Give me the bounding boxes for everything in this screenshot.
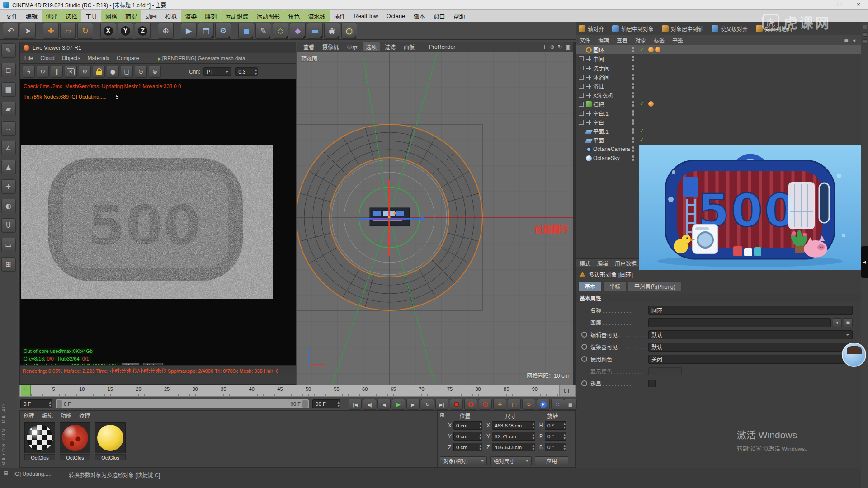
- close-button[interactable]: ×: [849, 0, 868, 9]
- refresh-scene-button[interactable]: ϟ: [23, 66, 35, 78]
- material-preview-button[interactable]: ●: [107, 66, 119, 78]
- record-keyframe-button[interactable]: [450, 399, 463, 410]
- color-swatch[interactable]: [648, 367, 682, 375]
- object-item[interactable]: +洗手间: [576, 63, 861, 72]
- play-button[interactable]: ▶: [392, 399, 405, 410]
- stepper[interactable]: ▲▼: [563, 422, 566, 429]
- om-menu-item[interactable]: 书签: [672, 36, 683, 44]
- polygons-mode-button[interactable]: ▲: [1, 160, 16, 174]
- primitive-cube-button[interactable]: ◼: [238, 23, 254, 39]
- list-menu-icon[interactable]: ≡: [844, 38, 849, 43]
- object-item[interactable]: 圆环✓: [576, 45, 861, 54]
- playhead[interactable]: [21, 385, 31, 396]
- move-tool-button[interactable]: ✚: [43, 23, 59, 39]
- lv-menu-item[interactable]: Objects: [62, 55, 80, 61]
- object-item[interactable]: +中间: [576, 54, 861, 63]
- mat-tag-icon[interactable]: [655, 47, 660, 52]
- expand-toggle[interactable]: +: [579, 120, 584, 125]
- checkbox[interactable]: [648, 380, 656, 387]
- attr-tab[interactable]: 平滑着色(Phong): [628, 281, 682, 291]
- prev-frame-button[interactable]: ◀: [377, 399, 391, 410]
- expand-toggle[interactable]: +: [579, 56, 584, 61]
- floor-environment-button[interactable]: ▬: [307, 23, 323, 39]
- frame-spinner[interactable]: 0 F: [559, 385, 576, 397]
- toggle-view-icon[interactable]: ▣: [566, 44, 571, 50]
- viewport-tab[interactable]: 显示: [344, 42, 361, 51]
- align-script-button[interactable]: 轴居中到对象: [612, 25, 654, 33]
- visibility-dots[interactable]: [632, 128, 634, 134]
- om-menu-item[interactable]: 标签: [654, 36, 665, 44]
- lights-button[interactable]: ○: [341, 23, 357, 39]
- pan-view-icon[interactable]: +: [542, 44, 547, 50]
- visibility-dots[interactable]: [632, 119, 634, 125]
- expand-toggle[interactable]: +: [579, 111, 584, 116]
- coord-mode-select[interactable]: 对象(相对): [440, 456, 487, 465]
- menu-item[interactable]: 窗口: [429, 10, 449, 22]
- pick-material-button[interactable]: ⊚: [149, 66, 161, 78]
- visibility-dots[interactable]: [632, 65, 634, 70]
- layout-tab-icon[interactable]: [863, 25, 867, 29]
- animation-toggle[interactable]: [581, 332, 587, 338]
- attr-menu-item[interactable]: 编辑: [597, 259, 608, 267]
- rotate-view-icon[interactable]: ↻: [558, 44, 562, 50]
- attribute-select[interactable]: 关闭: [648, 355, 853, 364]
- material-menu-item[interactable]: 编辑: [42, 412, 53, 419]
- layout-tab-icon[interactable]: [863, 39, 867, 44]
- stepper[interactable]: ▲▼: [479, 422, 481, 429]
- generators-button[interactable]: ◇: [273, 23, 288, 39]
- viewport-tab[interactable]: ProRender: [426, 43, 458, 51]
- menu-item[interactable]: 帮助: [449, 10, 469, 22]
- coord-field[interactable]: 456.633 cm▲▼: [492, 443, 535, 451]
- lock-x-axis-button[interactable]: X: [100, 23, 116, 39]
- preview-range-slider[interactable]: 0 F 90 F: [56, 399, 309, 408]
- keyframe-selection-button[interactable]: ▦: [564, 399, 577, 410]
- menu-item[interactable]: 编辑: [22, 10, 42, 22]
- stepper[interactable]: ▲▼: [532, 444, 534, 451]
- om-menu-item[interactable]: 查看: [617, 36, 627, 44]
- goto-start-button[interactable]: |◀: [349, 399, 362, 410]
- attr-menu-item[interactable]: 用户数据: [615, 259, 637, 267]
- current-frame-field[interactable]: 0 F ▲▼: [20, 399, 52, 408]
- attr-tab[interactable]: 基本: [578, 281, 602, 291]
- expand-toggle[interactable]: +: [579, 93, 584, 98]
- visibility-dots[interactable]: [632, 92, 634, 98]
- goto-end-button[interactable]: ▶|: [435, 399, 448, 410]
- align-script-button[interactable]: 轴对齐: [579, 25, 604, 33]
- prev-key-button[interactable]: ◀|: [363, 399, 376, 410]
- lock-y-axis-button[interactable]: Y: [118, 23, 133, 39]
- coord-field[interactable]: 62.71 cm▲▼: [492, 432, 535, 441]
- visibility-dots[interactable]: [632, 110, 634, 116]
- visibility-dots[interactable]: [632, 47, 634, 52]
- material-menu-item[interactable]: 功能: [61, 412, 71, 419]
- visibility-dots[interactable]: [632, 101, 634, 107]
- stepper[interactable]: ▲▼: [563, 433, 566, 440]
- mat-tag-icon[interactable]: [648, 101, 654, 107]
- stepper[interactable]: ▲▼: [563, 444, 566, 451]
- lv-menu-item[interactable]: Cloud: [40, 55, 54, 61]
- quantize-button[interactable]: ⊞: [1, 257, 16, 272]
- end-frame-field[interactable]: 90 F ▲▼: [312, 399, 340, 408]
- coord-field[interactable]: 0 cm▲▼: [453, 432, 482, 441]
- attribute-field[interactable]: 圆环: [648, 306, 853, 315]
- visibility-dots[interactable]: [632, 155, 634, 161]
- visibility-dots[interactable]: [632, 74, 634, 80]
- visibility-dots[interactable]: [632, 146, 634, 152]
- menu-item[interactable]: 工具: [81, 10, 101, 22]
- undo-button[interactable]: ↶: [3, 23, 19, 39]
- align-script-button[interactable]: 对象居中到轴: [662, 25, 703, 33]
- menu-item[interactable]: 运动跟踪: [221, 10, 252, 22]
- material-thumbnail[interactable]: [95, 422, 126, 453]
- model-mode-button[interactable]: ◻: [1, 63, 16, 77]
- workplane-mode-button[interactable]: ▰: [1, 102, 16, 116]
- frame-stepper[interactable]: ▲▼: [49, 400, 51, 408]
- timeline-ruler[interactable]: 051015202530354045505560657075808590: [19, 385, 559, 397]
- rotate-tool-button[interactable]: ↻: [77, 23, 93, 39]
- film-region-button[interactable]: ▢: [121, 66, 133, 78]
- key-parameter-button[interactable]: P: [537, 399, 550, 410]
- zoom-view-icon[interactable]: ⊕: [550, 44, 555, 50]
- stepper[interactable]: ▲▼: [479, 433, 481, 440]
- channel-select[interactable]: PT: [203, 67, 231, 76]
- edges-mode-button[interactable]: ∠: [1, 141, 16, 155]
- object-item[interactable]: 平面✓: [576, 136, 861, 145]
- om-menu-item[interactable]: 编辑: [598, 36, 609, 44]
